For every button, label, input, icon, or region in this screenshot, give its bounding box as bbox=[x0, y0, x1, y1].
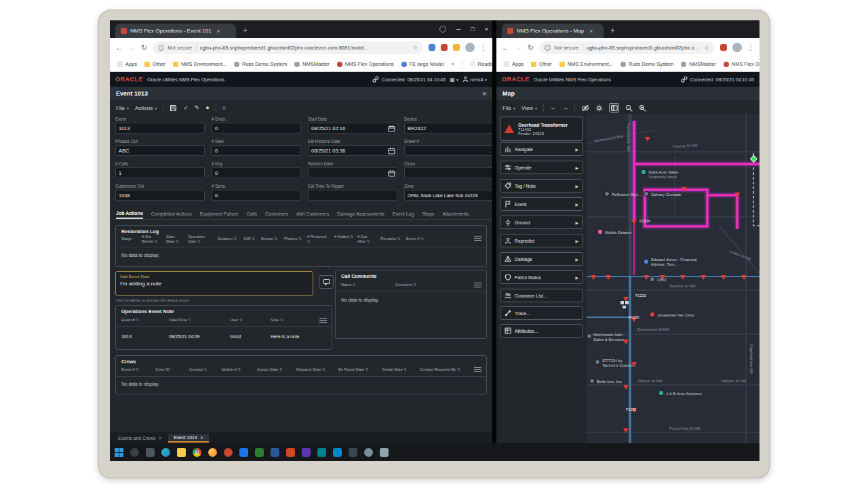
file-explorer-icon[interactable] bbox=[177, 448, 186, 457]
save-icon[interactable] bbox=[170, 104, 177, 112]
col-phases[interactable]: Phases ⇅ bbox=[284, 237, 303, 241]
profile-avatar[interactable] bbox=[465, 43, 475, 52]
calendar-icon[interactable] bbox=[388, 169, 395, 177]
extension-icon-red[interactable] bbox=[441, 44, 448, 51]
settings-icon[interactable] bbox=[364, 448, 373, 457]
calendar-icon[interactable] bbox=[388, 125, 395, 132]
bookmark-nms-flex[interactable]: NMS Flex Operations bbox=[724, 61, 760, 67]
submit-note-button[interactable] bbox=[319, 275, 334, 289]
new-tab-button[interactable]: + bbox=[610, 24, 615, 37]
tab-close-icon[interactable]: × bbox=[217, 28, 220, 35]
outline-circle-icon[interactable]: ○ bbox=[222, 105, 226, 111]
map-window-titlebar[interactable]: Map bbox=[496, 87, 760, 100]
col-name[interactable]: Name ⇅ bbox=[341, 283, 356, 287]
tab-calls[interactable]: Calls bbox=[247, 211, 258, 219]
cell-user[interactable]: nms4 bbox=[230, 334, 241, 339]
excel-icon[interactable] bbox=[255, 448, 264, 457]
powerpoint-icon[interactable] bbox=[286, 448, 295, 457]
cell-note[interactable]: Here is a note bbox=[271, 334, 299, 339]
bookmark-nms-flex[interactable]: NMS Flex Operations bbox=[337, 61, 394, 67]
settings-gear-icon[interactable] bbox=[595, 104, 603, 112]
bookmark-apps[interactable]: Apps bbox=[117, 61, 137, 67]
col-remarks[interactable]: Remarks ⇅ bbox=[380, 237, 402, 241]
search-icon[interactable] bbox=[625, 104, 633, 112]
teams-icon[interactable] bbox=[302, 448, 311, 457]
browser-tab-event[interactable]: NMS Flex Operations - Event 101 × bbox=[115, 24, 236, 38]
profile-circle-icon[interactable] bbox=[439, 26, 446, 33]
vscode-icon[interactable] bbox=[333, 448, 342, 457]
terminal-icon[interactable] bbox=[349, 448, 357, 457]
bookmark-other[interactable]: Other bbox=[531, 61, 552, 67]
browser-menu-icon[interactable]: ⋮ bbox=[747, 44, 754, 52]
bookmark-other[interactable]: Other bbox=[144, 61, 165, 67]
tab-customers[interactable]: Customers bbox=[265, 211, 288, 219]
col-added[interactable]: # Added ⇅ bbox=[334, 235, 353, 239]
tab-close-icon[interactable]: × bbox=[589, 28, 593, 35]
bookmark-star-icon[interactable]: ☆ bbox=[704, 44, 709, 51]
word-icon[interactable] bbox=[271, 448, 279, 457]
tab-attachments[interactable]: Attachments bbox=[442, 211, 469, 219]
profile-avatar[interactable] bbox=[732, 43, 742, 52]
calendar-icon[interactable] bbox=[388, 147, 395, 155]
zoom-in-icon[interactable] bbox=[639, 104, 646, 112]
col-event-num[interactable]: Event # ⇅ bbox=[121, 367, 139, 372]
repredict-button[interactable]: Repredict▶ bbox=[500, 234, 583, 247]
forward-icon[interactable]: → bbox=[515, 44, 522, 52]
navigate-button[interactable]: Navigate▶ bbox=[500, 142, 583, 156]
col-crew-id[interactable]: Crew ID ↑ bbox=[155, 367, 172, 372]
col-duration[interactable]: Duration ⇅ bbox=[218, 237, 239, 241]
extension-icon-yellow[interactable] bbox=[453, 44, 460, 51]
bookmark-russ-demo[interactable]: Russ Demo System bbox=[620, 61, 673, 67]
col-onsite-date[interactable]: Onsite Date ⇅ bbox=[382, 367, 407, 372]
col-operation-date[interactable]: Operation Date ⇅ bbox=[188, 235, 212, 243]
search-icon[interactable] bbox=[130, 448, 139, 457]
col-event-num[interactable]: Event # ⇅ bbox=[121, 318, 139, 323]
browser-menu-icon[interactable]: ⋮ bbox=[480, 44, 487, 52]
back-icon[interactable]: ← bbox=[115, 44, 123, 52]
browser-tab-map[interactable]: NMS Flex Operations - Map × bbox=[502, 24, 604, 38]
col-contact-required[interactable]: Contact Required By ⇅ bbox=[420, 367, 470, 372]
map-back-icon[interactable]: ← bbox=[550, 105, 556, 111]
tab-ami-customers[interactable]: AMI Customers bbox=[296, 211, 329, 219]
start-button[interactable] bbox=[115, 448, 123, 457]
address-bar[interactable]: ! Not secure ugbu-phx-65.snphxprshared1.… bbox=[539, 41, 715, 54]
edge-icon[interactable] bbox=[161, 448, 170, 457]
menu-file[interactable]: File▾ bbox=[116, 105, 129, 111]
extension-icon-blue[interactable] bbox=[429, 44, 435, 51]
filled-circle-icon[interactable]: ● bbox=[205, 105, 209, 111]
outlook-icon[interactable] bbox=[239, 448, 248, 457]
tag-note-button[interactable]: Tag / Note▶ bbox=[500, 179, 583, 192]
col-note[interactable]: Note ⇅ bbox=[271, 318, 283, 323]
event-window-titlebar[interactable]: Event 1013 × bbox=[110, 87, 492, 100]
col-comment[interactable]: Comment ⇅ bbox=[395, 283, 416, 287]
maximize-button[interactable]: □ bbox=[471, 26, 474, 33]
task-view-icon[interactable] bbox=[146, 448, 155, 457]
back-icon[interactable]: ← bbox=[502, 44, 509, 52]
tab-close-icon[interactable]: × bbox=[201, 435, 203, 440]
notepad-icon[interactable] bbox=[380, 448, 389, 457]
reload-icon[interactable]: ↻ bbox=[141, 44, 147, 52]
edit-icon[interactable]: ✎ bbox=[195, 105, 200, 111]
minimize-button[interactable]: ─ bbox=[456, 26, 460, 33]
bookmark-apps[interactable]: Apps bbox=[503, 61, 524, 67]
toggle-panel-button[interactable] bbox=[609, 103, 619, 113]
user-menu[interactable]: nms4 ▾ bbox=[462, 76, 487, 83]
not-secure-icon[interactable]: ! bbox=[545, 45, 551, 51]
map-canvas[interactable]: Stark Auto Sales Temporarily closed Refl… bbox=[587, 114, 760, 443]
apps-grid-icon[interactable]: ▦ ▾ bbox=[450, 77, 458, 83]
col-enroute-date[interactable]: En Route Date ⇅ bbox=[338, 367, 368, 372]
bookmark-star-icon[interactable]: ☆ bbox=[412, 44, 418, 51]
col-dispatch-date[interactable]: Dispatch Date ⇅ bbox=[296, 367, 326, 372]
forward-icon[interactable]: → bbox=[128, 44, 136, 52]
cell-date-time[interactable]: 08/25/21 04:09 bbox=[169, 334, 199, 339]
tab-equipment-failure[interactable]: Equipment Failure bbox=[200, 211, 239, 219]
tab-completion-actions[interactable]: Completion Actions bbox=[151, 211, 192, 219]
doc-tab-events-and-crews[interactable]: Events and Crews× bbox=[113, 434, 167, 442]
tab-job-actions[interactable]: Job Actions bbox=[116, 211, 143, 219]
operate-button[interactable]: Operate▶ bbox=[500, 161, 583, 174]
col-mobile[interactable]: Mobile # ⇅ bbox=[222, 367, 241, 372]
map-forward-icon[interactable]: → bbox=[562, 105, 568, 111]
chrome-icon[interactable] bbox=[193, 448, 201, 457]
tab-close-icon[interactable]: × bbox=[159, 436, 161, 441]
ground-button[interactable]: Ground▶ bbox=[500, 216, 583, 229]
